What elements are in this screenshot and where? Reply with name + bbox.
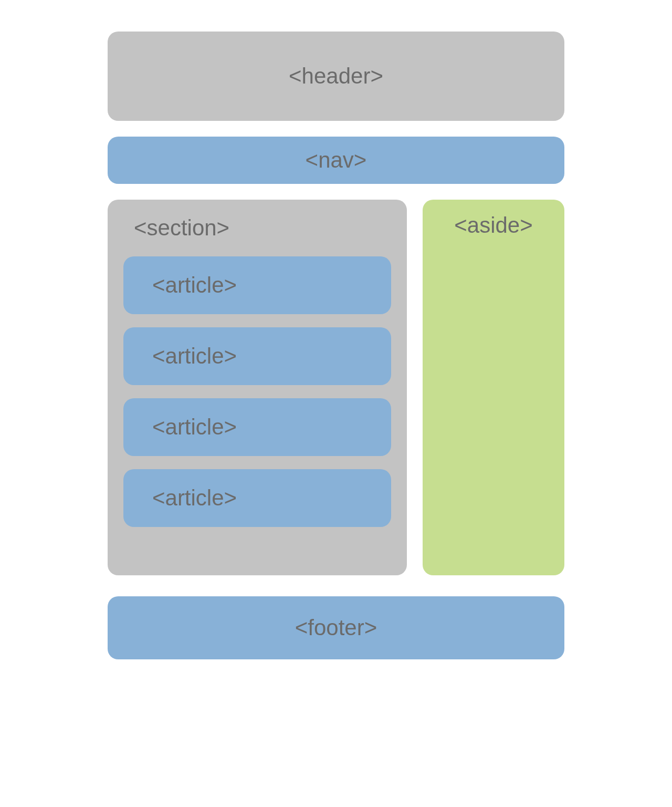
- header-label: <header>: [289, 64, 383, 89]
- section-block: <section> <article> <article> <article> …: [108, 200, 407, 575]
- article-label: <article>: [152, 344, 237, 369]
- article-label: <article>: [152, 485, 237, 511]
- footer-label: <footer>: [295, 615, 377, 640]
- aside-block: <aside>: [423, 200, 564, 575]
- article-label: <article>: [152, 415, 237, 440]
- article-block: <article>: [123, 398, 391, 456]
- aside-label: <aside>: [454, 213, 532, 575]
- nav-label: <nav>: [306, 148, 367, 173]
- article-block: <article>: [123, 469, 391, 527]
- main-row: <section> <article> <article> <article> …: [108, 200, 564, 575]
- article-label: <article>: [152, 273, 237, 298]
- header-block: <header>: [108, 32, 564, 121]
- layout-diagram: <header> <nav> <section> <article> <arti…: [108, 32, 564, 659]
- article-block: <article>: [123, 256, 391, 314]
- section-label: <section>: [123, 215, 391, 243]
- nav-block: <nav>: [108, 137, 564, 184]
- footer-block: <footer>: [108, 596, 564, 659]
- article-block: <article>: [123, 327, 391, 385]
